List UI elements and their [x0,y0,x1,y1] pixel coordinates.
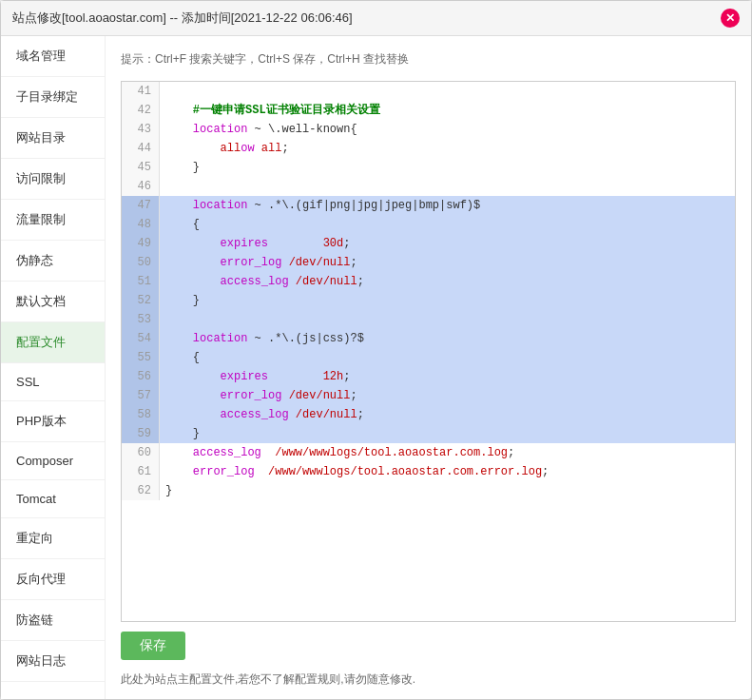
code-line: 57 error_log /dev/null; [122,386,735,405]
line-number: 56 [122,367,160,386]
code-line: 62} [122,481,735,500]
line-number: 41 [122,82,160,101]
code-line: 56 expires 12h; [122,367,735,386]
line-content [160,310,171,329]
line-content: { [160,348,205,367]
line-content: access_log /dev/null; [160,272,370,291]
line-number: 44 [122,139,160,158]
line-number: 47 [122,196,160,215]
code-line: 55 { [122,348,735,367]
code-line: 52 } [122,291,735,310]
close-button[interactable]: ✕ [721,9,740,28]
sidebar-item-Composer[interactable]: Composer [1,442,105,480]
line-content: } [160,158,205,177]
save-button[interactable]: 保存 [121,632,185,660]
sidebar-item-伪静态[interactable]: 伪静态 [1,241,105,282]
code-line: 43 location ~ \.well-known{ [122,120,735,139]
line-content [160,177,171,196]
line-number: 61 [122,462,160,481]
code-line: 59 } [122,424,735,443]
code-line: 45 } [122,158,735,177]
content-area: 提示：Ctrl+F 搜索关键字，Ctrl+S 保存，Ctrl+H 查找替换 41… [106,36,751,699]
line-content: #一键申请SSL证书验证目录相关设置 [160,101,386,120]
line-number: 59 [122,424,160,443]
sidebar-item-Tomcat[interactable]: Tomcat [1,480,105,518]
sidebar-item-默认文档[interactable]: 默认文档 [1,282,105,322]
sidebar-item-子目录绑定[interactable]: 子目录绑定 [1,77,105,118]
line-number: 51 [122,272,160,291]
code-line: 44 allow all; [122,139,735,158]
window-title: 站点修改[tool.aoaostar.com] -- 添加时间[2021-12-… [12,10,353,27]
sidebar: 域名管理子目录绑定网站目录访问限制流量限制伪静态默认文档配置文件SSLPHP版本… [1,36,106,699]
line-content: } [160,424,205,443]
line-number: 50 [122,253,160,272]
title-bar: 站点修改[tool.aoaostar.com] -- 添加时间[2021-12-… [1,1,751,36]
line-number: 55 [122,348,160,367]
sidebar-item-网站目录[interactable]: 网站目录 [1,118,105,159]
line-number: 58 [122,405,160,424]
line-number: 46 [122,177,160,196]
code-line: 41 [122,82,735,101]
line-content: error_log /dev/null; [160,386,363,405]
line-number: 53 [122,310,160,329]
code-line: 58 access_log /dev/null; [122,405,735,424]
sidebar-item-SSL[interactable]: SSL [1,363,105,401]
code-line: 49 expires 30d; [122,234,735,253]
line-number: 48 [122,215,160,234]
line-content: location ~ .*\.(gif|png|jpg|jpeg|bmp|swf… [160,196,486,215]
sidebar-item-访问限制[interactable]: 访问限制 [1,159,105,200]
sidebar-item-重定向[interactable]: 重定向 [1,518,105,559]
sidebar-item-PHP版本[interactable]: PHP版本 [1,401,105,442]
sidebar-item-域名管理[interactable]: 域名管理 [1,36,105,77]
code-line: 60 access_log /www/wwwlogs/tool.aoaostar… [122,443,735,462]
line-content: expires 12h; [160,367,356,386]
code-line: 53 [122,310,735,329]
line-content: error_log /www/wwwlogs/tool.aoaostar.com… [160,462,554,481]
code-line: 54 location ~ .*\.(js|css)?$ [122,329,735,348]
line-number: 57 [122,386,160,405]
line-number: 49 [122,234,160,253]
line-content: error_log /dev/null; [160,253,363,272]
line-content: expires 30d; [160,234,356,253]
code-editor-wrapper: 4142 #一键申请SSL证书验证目录相关设置43 location ~ \.w… [121,81,736,622]
button-row: 保存 [121,632,736,660]
code-line: 48 { [122,215,735,234]
line-content: } [160,481,178,500]
code-line: 51 access_log /dev/null; [122,272,735,291]
line-content: access_log /dev/null; [160,405,370,424]
code-line: 61 error_log /www/wwwlogs/tool.aoaostar.… [122,462,735,481]
code-line: 47 location ~ .*\.(gif|png|jpg|jpeg|bmp|… [122,196,735,215]
line-content: access_log /www/wwwlogs/tool.aoaostar.co… [160,443,520,462]
sidebar-item-网站日志[interactable]: 网站日志 [1,641,105,682]
sidebar-item-反向代理[interactable]: 反向代理 [1,559,105,600]
main-window: 站点修改[tool.aoaostar.com] -- 添加时间[2021-12-… [0,0,752,700]
line-content [160,82,171,101]
line-content: } [160,291,205,310]
main-content: 域名管理子目录绑定网站目录访问限制流量限制伪静态默认文档配置文件SSLPHP版本… [1,36,751,699]
code-line: 42 #一键申请SSL证书验证目录相关设置 [122,101,735,120]
line-number: 45 [122,158,160,177]
hint-bar: 提示：Ctrl+F 搜索关键字，Ctrl+S 保存，Ctrl+H 查找替换 [121,48,736,71]
line-number: 43 [122,120,160,139]
code-line: 50 error_log /dev/null; [122,253,735,272]
line-number: 42 [122,101,160,120]
line-content: allow all; [160,139,295,158]
code-line: 46 [122,177,735,196]
line-number: 54 [122,329,160,348]
sidebar-item-防盗链[interactable]: 防盗链 [1,600,105,641]
line-content: location ~ \.well-known{ [160,120,363,139]
sidebar-item-流量限制[interactable]: 流量限制 [1,200,105,241]
sidebar-item-配置文件[interactable]: 配置文件 [1,322,105,363]
line-number: 60 [122,443,160,462]
footer-note: 此处为站点主配置文件,若您不了解配置规则,请勿随意修改. [121,671,736,688]
line-number: 52 [122,291,160,310]
code-editor[interactable]: 4142 #一键申请SSL证书验证目录相关设置43 location ~ \.w… [122,82,735,621]
line-content: location ~ .*\.(js|css)?$ [160,329,370,348]
line-content: { [160,215,205,234]
line-number: 62 [122,481,160,500]
